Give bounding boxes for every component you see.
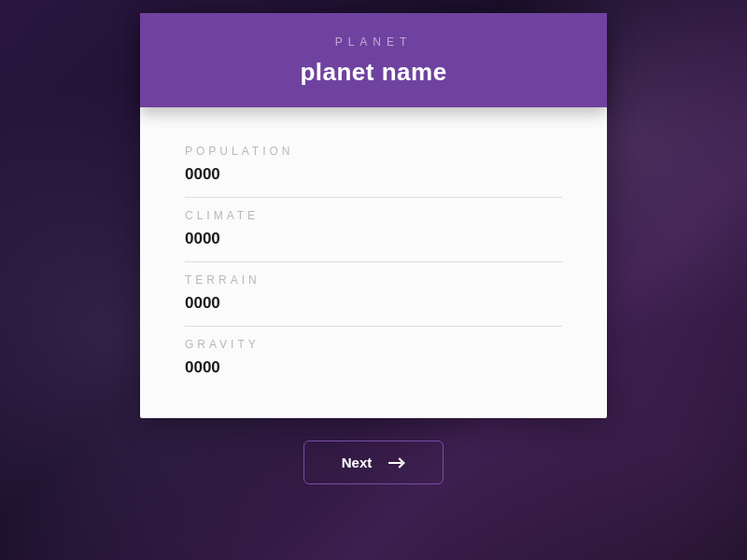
field-value-gravity: 0000 [185, 358, 562, 377]
card-eyebrow: PLANET [159, 35, 588, 49]
planet-card: PLANET planet name POPULATION 0000 CLIMA… [140, 13, 607, 418]
next-button-label: Next [342, 455, 373, 470]
field-gravity: GRAVITY 0000 [185, 327, 562, 390]
field-terrain: TERRAIN 0000 [185, 262, 562, 327]
next-button[interactable]: Next [303, 441, 444, 484]
nav-row: Next [303, 441, 444, 484]
field-value-terrain: 0000 [185, 294, 562, 313]
field-value-climate: 0000 [185, 230, 562, 248]
field-value-population: 0000 [185, 165, 562, 184]
field-climate: CLIMATE 0000 [185, 198, 562, 262]
field-label-population: POPULATION [185, 145, 562, 158]
field-population: POPULATION 0000 [185, 133, 562, 198]
field-label-gravity: GRAVITY [185, 338, 562, 351]
card-header: PLANET planet name [140, 13, 607, 107]
planet-title: planet name [159, 58, 588, 87]
field-label-climate: CLIMATE [185, 209, 562, 222]
field-label-terrain: TERRAIN [185, 273, 562, 287]
arrow-right-icon [388, 459, 405, 467]
card-body: POPULATION 0000 CLIMATE 0000 TERRAIN 000… [140, 107, 607, 418]
